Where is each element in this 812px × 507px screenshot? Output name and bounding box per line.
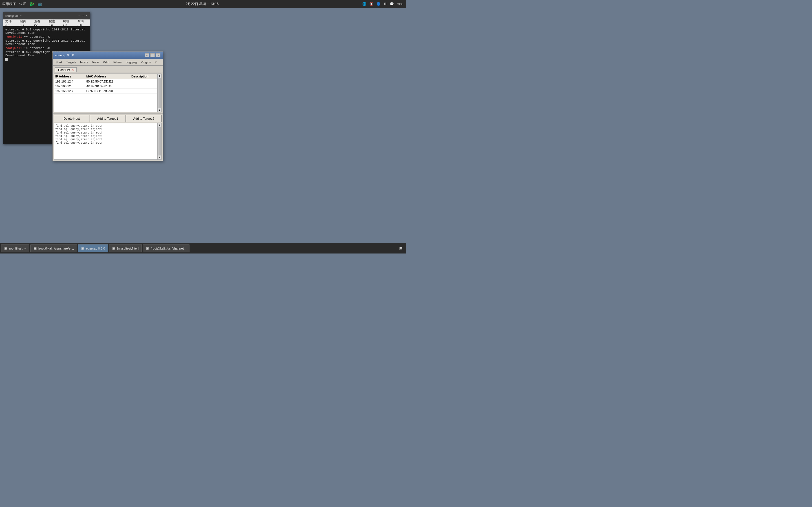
host-mac-3: C8:69:CD:89:83:90 <box>86 89 132 93</box>
host-mac-2: A0:99:9B:0F:81:45 <box>86 84 132 88</box>
host-ip-3: 192.168.12.7 <box>55 89 86 93</box>
tray-display: 🖥 <box>384 2 387 6</box>
log-lines: find sql query,start inject!find sql que… <box>55 124 160 145</box>
host-desc-3 <box>132 89 156 93</box>
taskbar-label-1: [root@kali: /usr/share/et... <box>38 247 74 250</box>
screen-icon: 📺 <box>38 2 42 6</box>
tray-user: root <box>397 2 403 6</box>
top-menu: 应用程序 位置 🐉 📺 <box>0 2 42 6</box>
menu-view[interactable]: View <box>90 60 100 64</box>
host-list-table: IP Address MAC Address Description 192.1… <box>54 73 161 112</box>
host-desc-1 <box>132 80 156 83</box>
table-row[interactable]: 192.168.12.6 A0:99:9B:0F:81:45 <box>54 84 157 89</box>
term-line-4: root@kali:~# ettercap -G <box>5 47 88 50</box>
scroll-down[interactable]: ▼ <box>158 109 161 112</box>
host-list-tab: Host List ✕ <box>53 66 163 72</box>
tray-network: 🌐 <box>362 2 366 6</box>
term-menu-edit[interactable]: 编辑(E) <box>18 18 31 27</box>
tab-close-icon[interactable]: ✕ <box>71 68 73 71</box>
tab-host-list[interactable]: Host List ✕ <box>55 67 77 72</box>
taskbar-bottom: ▣ root@kali: ~ ▣ [root@kali: /usr/share/… <box>0 243 406 253</box>
menu-targets[interactable]: Targets <box>64 60 78 64</box>
ettercap-action-buttons: Delete Host Add to Target 1 Add to Targe… <box>53 114 163 123</box>
host-list-header: IP Address MAC Address Description <box>54 74 157 79</box>
tab-host-list-label: Host List <box>58 68 70 71</box>
taskbar-icon-3: ▣ <box>112 246 115 250</box>
taskbar-corner: ⊞ <box>397 245 405 252</box>
menu-location[interactable]: 位置 <box>19 2 26 6</box>
host-mac-1: 80:E6:50:07:DD:B2 <box>86 80 132 83</box>
ettercap-minimize[interactable]: − <box>145 53 149 57</box>
term-menu-file[interactable]: 文件(F) <box>4 18 16 27</box>
taskbar-item-3[interactable]: ▣ [mysqltest.filter] <box>109 244 142 252</box>
menu-plugins[interactable]: Plugins <box>139 60 153 64</box>
host-ip-1: 192.168.12.4 <box>55 80 86 83</box>
taskbar-icon-4: ▣ <box>146 246 149 250</box>
menu-mitm[interactable]: Mitm <box>101 60 111 64</box>
taskbar-icon-0: ▣ <box>4 246 7 250</box>
tray-volume: 🔇 <box>369 2 373 6</box>
term-menu-search[interactable]: 搜索(S) <box>48 18 60 27</box>
taskbar-item-2[interactable]: ▣ ettercap 0.8.0 <box>78 244 108 252</box>
ettercap-title: ettercap 0.8.0 <box>55 54 74 57</box>
host-ip-2: 192.168.12.6 <box>55 84 86 88</box>
taskbar-label-3: [mysqltest.filter] <box>117 247 139 250</box>
term-line-3: ettercap 0.8.0 copyright 2001-2013 Etter… <box>5 39 88 46</box>
col-desc: Description <box>132 75 156 78</box>
term-line-2: root@kali:~# ettercap -G <box>5 35 88 39</box>
terminal-close[interactable]: × <box>86 14 88 18</box>
ettercap-maximize[interactable]: □ <box>150 53 155 57</box>
tray-icons: 🌐 🔇 🔵 🖥 💬 root <box>362 2 406 6</box>
col-mac: MAC Address <box>86 75 132 78</box>
taskbar-icon-1: ▣ <box>34 246 37 250</box>
terminal-menubar: 文件(F) 编辑(E) 查看(V) 搜索(S) 终端(T) 帮助(H) <box>3 19 90 26</box>
desktop: root@kali: ~ − □ × 文件(F) 编辑(E) 查看(V) 搜索(… <box>0 8 406 243</box>
apps-icon: 🐉 <box>29 2 34 6</box>
ettercap-win-controls: − □ × <box>145 53 160 57</box>
log-line: find sql query,start inject! <box>55 135 160 138</box>
ettercap-menubar: Start Targets Hosts View Mitm Filters Lo… <box>53 59 163 66</box>
clock: 2月22日 星期一 13:16 <box>42 2 362 6</box>
taskbar-label-4: [root@kali: /usr/share/et... <box>151 247 186 250</box>
term-menu-view[interactable]: 查看(V) <box>33 18 45 27</box>
log-line: find sql query,start inject! <box>55 142 160 145</box>
menu-apps[interactable]: 应用程序 <box>2 2 16 6</box>
add-to-target1-button[interactable]: Add to Target 1 <box>90 115 125 122</box>
log-scroll-up[interactable]: ▲ <box>159 124 160 127</box>
tray-chat: 💬 <box>390 2 394 6</box>
log-line: find sql query,start inject! <box>55 131 160 134</box>
taskbar-item-1[interactable]: ▣ [root@kali: /usr/share/et... <box>31 244 77 252</box>
ettercap-close[interactable]: × <box>156 53 160 57</box>
host-desc-2 <box>132 84 156 88</box>
taskbar-icon-2: ▣ <box>81 246 84 250</box>
menu-hosts[interactable]: Hosts <box>79 60 90 64</box>
host-list-body[interactable]: 192.168.12.4 80:E6:50:07:DD:B2 192.168.1… <box>54 79 157 112</box>
log-scrollbar[interactable]: ▲ ▼ <box>157 123 161 159</box>
tray-bluetooth: 🔵 <box>376 2 380 6</box>
table-row[interactable]: 192.168.12.4 80:E6:50:07:DD:B2 <box>54 79 157 84</box>
log-line: find sql query,start inject! <box>55 138 160 141</box>
terminal-maximize[interactable]: □ <box>82 14 84 18</box>
taskbar-item-4[interactable]: ▣ [root@kali: /usr/share/et... <box>143 244 190 252</box>
log-line: find sql query,start inject! <box>55 128 160 131</box>
terminal-minimize[interactable]: − <box>79 14 80 18</box>
delete-host-button[interactable]: Delete Host <box>54 115 89 122</box>
menu-logging[interactable]: Logging <box>124 60 139 64</box>
log-line: find sql query,start inject! <box>55 124 160 128</box>
col-ip: IP Address <box>55 75 86 78</box>
host-list-scrollbar[interactable]: ▲ ▼ <box>157 74 161 112</box>
ettercap-window: ettercap 0.8.0 − □ × Start Targets Hosts… <box>52 51 163 161</box>
term-menu-terminal[interactable]: 终端(T) <box>62 18 74 27</box>
term-menu-help[interactable]: 帮助(H) <box>77 18 89 27</box>
taskbar-label-2: ettercap 0.8.0 <box>86 247 105 250</box>
menu-help[interactable]: ? <box>153 60 158 64</box>
terminal-title: root@kali: ~ <box>5 14 22 17</box>
terminal-win-controls: − □ × <box>79 14 88 18</box>
log-scroll-down[interactable]: ▼ <box>159 156 160 159</box>
menu-filters[interactable]: Filters <box>112 60 123 64</box>
menu-start[interactable]: Start <box>54 60 64 64</box>
add-to-target2-button[interactable]: Add to Target 2 <box>126 115 161 122</box>
taskbar-item-0[interactable]: ▣ root@kali: ~ <box>1 244 29 252</box>
table-row[interactable]: 192.168.12.7 C8:69:CD:89:83:90 <box>54 89 157 94</box>
scroll-up[interactable]: ▲ <box>158 74 161 77</box>
